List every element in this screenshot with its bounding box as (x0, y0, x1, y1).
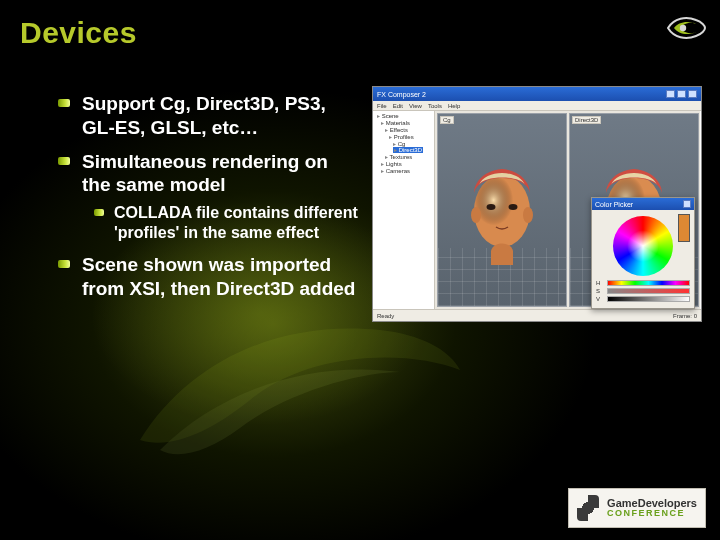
tree-item[interactable]: Profiles (389, 134, 414, 140)
viewport-left[interactable]: Cg (437, 113, 567, 307)
bullet-text: COLLADA file contains different 'profile… (114, 204, 358, 241)
status-frame: Frame: 0 (673, 313, 697, 319)
gdc-line2: CONFERENCE (607, 509, 697, 518)
menu-item[interactable]: Edit (393, 103, 403, 109)
gdc-badge: GameDevelopers CONFERENCE (568, 488, 706, 528)
color-wheel[interactable] (613, 216, 673, 276)
sub-bullet-item: COLLADA file contains different 'profile… (94, 203, 358, 243)
window-buttons (666, 90, 697, 98)
slider-label: S (596, 288, 604, 294)
svg-point-4 (509, 204, 518, 210)
nvidia-eye-icon (666, 14, 706, 42)
menu-item[interactable]: Tools (428, 103, 442, 109)
tree-item[interactable]: Lights (381, 161, 402, 167)
saturation-slider[interactable] (607, 288, 690, 294)
slider-label: V (596, 296, 604, 302)
panel-titlebar: Color Picker (592, 198, 694, 210)
app-titlebar: FX Composer 2 (373, 87, 701, 101)
tree-item[interactable]: Materials (381, 120, 410, 126)
menu-item[interactable]: Help (448, 103, 460, 109)
bullet-item: Scene shown was imported from XSI, then … (58, 253, 358, 301)
render-head-left (463, 155, 541, 265)
menu-item[interactable]: File (377, 103, 387, 109)
svg-point-0 (680, 25, 686, 31)
gdc-logo-icon (577, 495, 599, 521)
status-bar: Ready Frame: 0 (373, 309, 701, 321)
maximize-icon[interactable] (677, 90, 686, 98)
hue-slider[interactable] (607, 280, 690, 286)
scene-tree-panel: Scene Materials Effects Profiles Cg Dire… (373, 111, 435, 309)
app-window-title: FX Composer 2 (377, 91, 426, 98)
tree-item[interactable]: Cameras (381, 168, 410, 174)
bullet-text: Support Cg, Direct3D, PS3, GL-ES, GLSL, … (82, 93, 326, 138)
tree-item[interactable]: Effects (385, 127, 408, 133)
slide-title: Devices (20, 16, 137, 50)
bullet-list: Support Cg, Direct3D, PS3, GL-ES, GLSL, … (58, 92, 358, 311)
value-slider[interactable] (607, 296, 690, 302)
viewport-label: Direct3D (572, 116, 601, 124)
bullet-text: Simultaneous rendering on the same model (82, 151, 328, 196)
bullet-item: Simultaneous rendering on the same model… (58, 150, 358, 244)
svg-point-5 (471, 207, 481, 223)
slider-label: H (596, 280, 604, 286)
bullet-text: Scene shown was imported from XSI, then … (82, 254, 355, 299)
bullet-item: Support Cg, Direct3D, PS3, GL-ES, GLSL, … (58, 92, 358, 140)
svg-point-2 (474, 175, 530, 247)
minimize-icon[interactable] (666, 90, 675, 98)
viewport-label: Cg (440, 116, 454, 124)
svg-point-3 (487, 204, 496, 210)
close-icon[interactable] (683, 200, 691, 208)
app-menubar: File Edit View Tools Help (373, 101, 701, 111)
menu-item[interactable]: View (409, 103, 422, 109)
status-text: Ready (377, 313, 394, 319)
tree-item-selected[interactable]: Direct3D (393, 147, 423, 153)
panel-title: Color Picker (595, 201, 633, 208)
color-picker-panel[interactable]: Color Picker H S V (591, 197, 695, 309)
tree-item[interactable]: Cg (393, 141, 405, 147)
tree-item[interactable]: Textures (385, 154, 412, 160)
close-icon[interactable] (688, 90, 697, 98)
tree-item[interactable]: Scene (377, 113, 399, 119)
color-swatch[interactable] (678, 214, 690, 242)
svg-point-6 (523, 207, 533, 223)
app-screenshot: FX Composer 2 File Edit View Tools Help … (372, 86, 702, 322)
